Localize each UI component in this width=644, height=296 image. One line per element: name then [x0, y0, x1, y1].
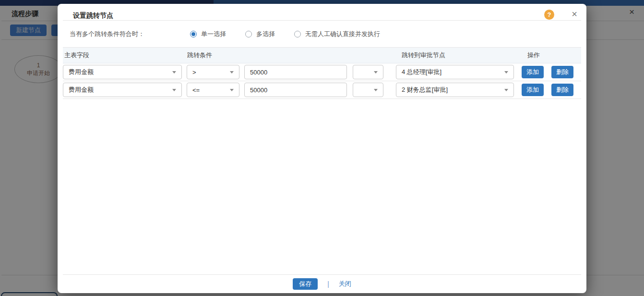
radio-parallel-execute[interactable]: 无需人工确认直接并发执行: [294, 30, 380, 38]
radio-icon: [190, 31, 197, 37]
add-row-button[interactable]: 添加: [522, 66, 544, 78]
chevron-down-icon: [172, 71, 176, 74]
header-operation: 操作: [527, 51, 540, 60]
screen: 流程步骤 × 新建节点 1 申请开始 设置跳转节点 ? × 当有多个跳转条件符合…: [0, 0, 644, 296]
radio-multi-select[interactable]: 多选择: [245, 30, 275, 38]
chevron-down-icon: [504, 71, 508, 74]
select-value: <=: [192, 86, 200, 94]
chevron-down-icon: [504, 89, 508, 91]
radio-icon: [294, 31, 301, 37]
dialog-title: 设置跳转节点: [73, 12, 113, 20]
chevron-down-icon: [374, 89, 378, 91]
delete-row-button[interactable]: 删除: [551, 84, 573, 96]
jump-condition-table: 主表字段 跳转条件 跳转到审批节点 操作 费用金额 >: [58, 48, 586, 99]
radio-label: 单一选择: [201, 30, 226, 38]
table-row: 费用金额 <= 2 财务总监[审批] 添加 删除: [63, 81, 581, 99]
logic-select[interactable]: [353, 83, 383, 97]
chevron-down-icon: [374, 71, 378, 74]
select-value: 费用金额: [69, 86, 94, 94]
header-jump-condition: 跳转条件: [187, 51, 353, 60]
add-row-button[interactable]: 添加: [522, 84, 544, 96]
radio-icon: [245, 31, 252, 37]
save-button[interactable]: 保存: [293, 278, 318, 290]
chevron-down-icon: [172, 89, 176, 91]
dialog-footer: 保存 | 关闭: [63, 274, 581, 293]
radio-label: 无需人工确认直接并发执行: [305, 30, 380, 38]
radio-single-select[interactable]: 单一选择: [190, 30, 226, 38]
set-jump-node-dialog: 设置跳转节点 ? × 当有多个跳转条件符合时： 单一选择 多选择 无需人工确认直…: [58, 4, 586, 293]
header-main-field: 主表字段: [63, 51, 182, 60]
select-value: 费用金额: [69, 68, 94, 76]
condition-value-input[interactable]: [244, 65, 347, 79]
close-link[interactable]: 关闭: [339, 280, 351, 288]
close-icon[interactable]: ×: [572, 9, 577, 20]
delete-row-button[interactable]: 删除: [551, 66, 573, 78]
operator-select[interactable]: <=: [187, 83, 239, 97]
condition-value-input[interactable]: [244, 83, 347, 97]
condition-mode-options: 单一选择 多选择 无需人工确认直接并发执行: [190, 30, 399, 38]
dialog-header: 设置跳转节点 ? ×: [58, 4, 586, 20]
select-value: 4 总经理[审批]: [402, 68, 441, 76]
chevron-down-icon: [230, 71, 234, 74]
table-row: 费用金额 > 4 总经理[审批] 添加 删除: [63, 63, 581, 81]
header-target-node: 跳转到审批节点: [402, 51, 520, 60]
condition-mode-label: 当有多个跳转条件符合时：: [70, 30, 144, 38]
table-header-row: 主表字段 跳转条件 跳转到审批节点 操作: [63, 48, 581, 63]
target-node-select[interactable]: 4 总经理[审批]: [396, 65, 514, 79]
radio-label: 多选择: [256, 30, 275, 38]
field-select[interactable]: 费用金额: [63, 65, 182, 79]
operator-select[interactable]: >: [187, 65, 239, 79]
select-value: >: [192, 69, 196, 76]
field-select[interactable]: 费用金额: [63, 83, 182, 97]
logic-select[interactable]: [353, 65, 383, 79]
chevron-down-icon: [230, 89, 234, 91]
condition-mode-row: 当有多个跳转条件符合时： 单一选择 多选择 无需人工确认直接并发执行: [58, 21, 586, 47]
help-icon[interactable]: ?: [544, 10, 554, 20]
target-node-select[interactable]: 2 财务总监[审批]: [396, 83, 514, 97]
select-value: 2 财务总监[审批]: [402, 86, 448, 94]
footer-separator: |: [327, 280, 329, 288]
